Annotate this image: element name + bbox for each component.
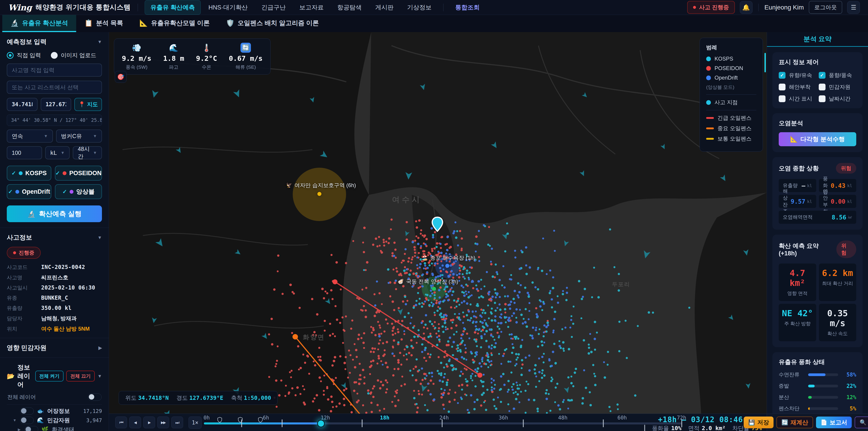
model-chip-kosps[interactable]: ✓KOSPS [7, 166, 51, 181]
nav-item-3[interactable]: 긴급구난 [255, 0, 291, 15]
oil-type-select[interactable]: 벙커C유▼ [56, 129, 102, 143]
all-layers-off-button[interactable]: 전체 끄기 [66, 371, 95, 381]
herb-icon: 🌿 [41, 426, 49, 431]
duration-select[interactable]: 48시간▼ [73, 146, 102, 159]
weathering-bar-row: 수면잔류58% [779, 371, 856, 378]
fast-forward-button[interactable]: ▶▶ [157, 417, 169, 428]
timeline-slider[interactable]: 0h6h12h18h24h36h48h60h72h [204, 414, 682, 431]
model-chip-앙상블[interactable]: ✓앙상블 [55, 184, 102, 199]
tab-1[interactable]: 🔬유출유 확산분석 [2, 15, 76, 32]
radio-direct-input[interactable]: 직접 입력 [7, 52, 41, 59]
latitude-input[interactable] [7, 98, 37, 111]
legend-label: OpenDrift [715, 74, 738, 81]
재계산-button[interactable]: 🔄재계산 [776, 417, 813, 428]
step-back-button[interactable]: ◀ [129, 417, 141, 428]
pollution-rows: 유출량—kl풍화량0.43kl해상잔존9.57kl연안부착0.00kl오염해역면… [779, 179, 856, 224]
layer-toggle[interactable] [20, 417, 34, 424]
play-button[interactable]: ▶ [143, 417, 155, 428]
scrollbar-thumb[interactable] [765, 53, 766, 72]
tab-2[interactable]: 📋분석 목록 [76, 15, 131, 32]
amount-input[interactable] [7, 146, 42, 159]
notifications-button[interactable]: 🔔 [740, 1, 752, 14]
prediction-input-title: 예측정보 입력 ▼ [7, 37, 102, 46]
center-target-button[interactable]: 🎯 [115, 71, 127, 83]
stat-label: 오염해역면적 [783, 214, 830, 221]
nav-item-5[interactable]: 항공탐색 [331, 0, 368, 15]
저장-button[interactable]: 💾저장 [744, 417, 774, 428]
chevron-down-icon[interactable]: ▼ [97, 235, 102, 240]
option-label: 시간 표시 [789, 95, 812, 102]
nav-item-integrated-search[interactable]: 통합조회 [450, 0, 486, 15]
layer-row-2[interactable]: ▶🌿환경생태 [7, 425, 102, 431]
eagle-icon: 🦅 [286, 182, 292, 188]
display-option-6[interactable]: 날짜시간 [819, 95, 857, 102]
incident-list-input[interactable] [7, 81, 102, 94]
display-option-2[interactable]: ✓풍향/풍속 [819, 72, 857, 79]
check-icon: ✓ [8, 188, 13, 195]
all-layers-on-button[interactable]: 전체 켜기 [35, 371, 64, 381]
tab-4[interactable]: 🛡️오일펜스 배치 알고리즘 이론 [218, 15, 327, 32]
playback-speed-button[interactable]: 1× [188, 417, 202, 429]
display-option-5[interactable]: 시간 표시 [779, 95, 816, 102]
display-option-1[interactable]: ✓유향/유속 [779, 72, 816, 79]
menu-button[interactable]: ☰ [847, 1, 860, 14]
chevron-down-icon[interactable]: ▼ [12, 418, 17, 423]
chevron-down-icon[interactable]: ▼ [97, 39, 102, 44]
logout-button[interactable]: 로그아웃 [809, 1, 842, 14]
info-layers-section: 📂 정보 레이어 전체 켜기 전체 끄기 ▼ 전체 레이어 🐟어장정보17,12… [0, 358, 109, 431]
forecast-summary-card: 확산 예측 요약 (+18h) 위험 4.7 km²영향 면적6.2 km최대 … [772, 235, 863, 347]
timeline-playhead[interactable] [317, 420, 325, 427]
current-icon: 🔄 [241, 43, 251, 53]
stat-label: 확산 속도 [821, 331, 855, 337]
layer-row-0[interactable]: 🐟어장정보17,129 [7, 406, 102, 415]
layer-toggle[interactable] [25, 426, 38, 431]
analysis-panel-header[interactable]: 분석 요약 [767, 32, 868, 47]
chevron-right-icon[interactable]: ▶ [98, 345, 102, 350]
unit-select[interactable]: kL▼ [45, 146, 70, 159]
model-chip-poseidon[interactable]: ✓POSEIDON [55, 166, 102, 181]
nav-item-7[interactable]: 기상정보 [401, 0, 437, 15]
model-chip-opendrift[interactable]: ✓OpenDrift [7, 184, 51, 199]
radio-image-upload[interactable]: 이미지 업로드 [51, 52, 96, 59]
spill-type-select[interactable]: 연속▼ [7, 129, 53, 143]
pick-on-map-button[interactable]: 📍 지도 [74, 98, 102, 111]
option-label: 날짜시간 [829, 95, 850, 102]
layer-row-1[interactable]: ▼🌊민감자원3,947 [7, 415, 102, 425]
역추적-button[interactable]: 🔍역추적 [855, 417, 868, 428]
map-canvas[interactable]: 🦅여자만 습지보호구역 (6h)🏖️종포 해수욕장 (1h)🦪국동 전복 양식장… [109, 32, 767, 413]
ruler-icon: 📐 [139, 19, 148, 27]
polygon-analysis-button[interactable]: 📐 다각형 분석수행 [779, 132, 856, 146]
display-option-4[interactable]: 민감자원 [819, 83, 857, 91]
option-label: 민감자원 [829, 83, 850, 91]
layer-toggle[interactable] [20, 407, 34, 415]
longitude-input[interactable] [41, 98, 71, 111]
skip-start-button[interactable]: ⏮ [115, 417, 127, 428]
skip-end-button[interactable]: ⏭ [171, 417, 183, 428]
legend-fence-item: 중요 오일펜스 [706, 125, 756, 132]
legend-model-item: KOSPS [706, 56, 756, 62]
timeline-track[interactable] [204, 423, 682, 425]
nav-item-1[interactable]: 유출유 확산예측 [145, 0, 201, 15]
incident-row: 사고일시2025-02-10 06:30 [7, 284, 102, 291]
master-layer-toggle[interactable] [88, 394, 101, 401]
nav-item-4[interactable]: 보고자료 [293, 0, 330, 15]
app-logo: Wing 해양환경 위기대응 통합시스템 [8, 3, 131, 12]
card-title: 오염분석 [779, 119, 856, 127]
nav-item-2[interactable]: HNS·대기확산 [203, 0, 254, 15]
run-prediction-button[interactable]: 🔬 확산예측 실행 [7, 206, 102, 222]
stat-label: 주 확산 방향 [780, 320, 814, 327]
button-label: 저장 [757, 419, 769, 427]
model-dot-icon [16, 190, 19, 194]
chevron-right-icon[interactable]: ▶ [17, 427, 22, 431]
nav-item-6[interactable]: 게시판 [369, 0, 399, 15]
tab-3[interactable]: 📐유출유확산모델 이론 [131, 15, 218, 32]
display-option-3[interactable]: 해안부착 [779, 83, 816, 91]
incident-location-pin[interactable] [431, 216, 444, 233]
beach-icon: 🏖️ [422, 255, 428, 261]
보고서-button[interactable]: 📄보고서 [816, 417, 852, 428]
chevron-down-icon[interactable]: ▼ [97, 374, 102, 379]
stat-value: 4.7 km² [780, 268, 814, 288]
fence-event-icon [238, 417, 243, 424]
incident-name-input[interactable] [7, 63, 102, 76]
resource-label-text: 국동 전복 양식장 (3h) [406, 278, 458, 285]
